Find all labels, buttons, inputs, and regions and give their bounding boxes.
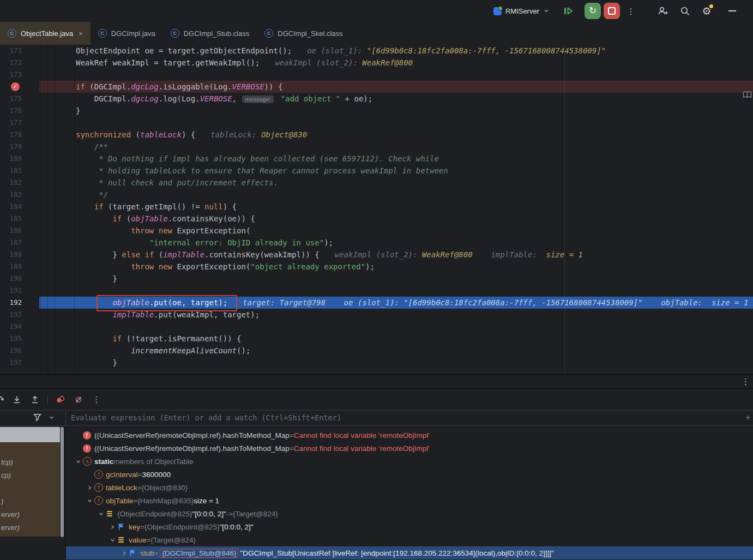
debug-more-button[interactable]: ⋮ [91, 394, 102, 405]
code-line[interactable]: 183 */ [0, 189, 753, 201]
code-line[interactable]: 184 if (target.getImpl() != null) { [0, 201, 753, 213]
panel-separator [65, 411, 66, 425]
frame-row[interactable]: erver) [1, 508, 56, 521]
variable-row[interactable]: stub = {DGCImpl_Stub@846} "DGCImpl_Stub[… [66, 546, 753, 559]
code-editor[interactable]: 171ObjectEndpoint oe = target.getObjectE… [0, 45, 753, 374]
code-line[interactable]: 190 } [0, 273, 753, 285]
chevron-down-icon[interactable] [75, 458, 82, 465]
add-watch-icon[interactable]: + [745, 412, 751, 423]
variable-row[interactable]: fobjTable = {HashMap@835} size = 1 [66, 494, 753, 507]
inline-debug-hint: tableLock: Object@830 [210, 130, 307, 139]
filter-icon[interactable] [33, 413, 42, 422]
variable-row[interactable]: ftableLock = {Object@830} [66, 481, 753, 494]
code-line[interactable]: 195 if (!target.isPermanent()) { [0, 333, 753, 345]
line-highlight [39, 105, 753, 117]
code-line[interactable]: 172WeakRef weakImpl = target.getWeakImpl… [0, 57, 753, 69]
chevron-down-icon[interactable] [86, 497, 93, 504]
variable-row[interactable]: !((UnicastServerRef)remoteObjImpl.ref).h… [66, 429, 753, 442]
search-everywhere-button[interactable] [679, 5, 691, 17]
tab-DGCImpl_Stub.class[interactable]: CDGCImpl_Stub.class [163, 22, 257, 45]
annotation-box-value: {DGCImpl_Stub@846} [160, 549, 238, 558]
frames-selected-row[interactable] [0, 427, 60, 442]
code-line[interactable]: 178synchronized (tableLock) {tableLock: … [0, 129, 753, 141]
line-number: 178 [0, 129, 22, 141]
line-number: 196 [0, 345, 22, 357]
step-over-icon-clipped[interactable] [0, 396, 4, 404]
class-icon: C [171, 29, 179, 38]
more-icon: ⋮ [93, 395, 101, 404]
minimize-button[interactable] [726, 5, 738, 17]
code-line[interactable]: 180 * Do nothing if impl has already bee… [0, 153, 753, 165]
close-icon[interactable]: × [79, 29, 83, 38]
code-text: } [76, 105, 80, 117]
code-text: } else if (implTable.containsKey(weakImp… [76, 249, 583, 261]
variable-row[interactable]: value = {Target@824} [66, 533, 753, 546]
inline-debug-hint: weakImpl (slot_2): WeakRef@800 implTable… [335, 250, 583, 259]
settings-button[interactable]: ⚙ [701, 5, 713, 17]
stop-icon [608, 7, 616, 15]
code-line[interactable]: 177 [0, 117, 753, 129]
code-text: if (!target.isPermanent()) { [76, 333, 241, 345]
variable-row[interactable]: sstatic members of ObjectTable [66, 455, 753, 468]
stop-button[interactable] [604, 3, 620, 19]
code-line[interactable]: ✓if (DGCImpl.dgcLog.isLoggable(Log.VERBO… [0, 81, 753, 93]
error-icon: ! [83, 444, 91, 453]
step-into-button[interactable] [11, 394, 22, 405]
chevron-down-icon[interactable] [98, 510, 105, 517]
variable-row[interactable]: !((UnicastServerRef)remoteObjImpl.ref).h… [66, 442, 753, 455]
search-icon [680, 6, 690, 16]
flag-icon [117, 523, 125, 531]
tab-DGCImpl_Skel.class[interactable]: CDGCImpl_Skel.class [257, 22, 350, 45]
code-with-me-button[interactable] [657, 5, 669, 17]
frames-scrollbar[interactable] [61, 427, 64, 537]
frame-row[interactable]: tcp) [1, 456, 56, 469]
line-number: 179 [0, 141, 22, 153]
code-text: DGCImpl.dgcLog.log(Log.VERBOSE, message:… [76, 93, 372, 105]
frame-row[interactable]: cp) [1, 469, 56, 482]
evaluate-expression-input[interactable]: Evaluate expression (Enter) or add a wat… [71, 411, 341, 425]
frame-row[interactable]: ) [1, 495, 56, 508]
code-line[interactable]: 197 } [0, 357, 753, 369]
debug-toolbar: ⋮ [0, 388, 753, 410]
chevron-down-icon[interactable] [49, 414, 55, 420]
tab-DGCImpl.java[interactable]: CDGCImpl.java [91, 22, 163, 45]
chevron-down-icon[interactable] [109, 537, 116, 544]
resume-button[interactable] [562, 5, 574, 17]
code-line[interactable]: 173 [0, 69, 753, 81]
book-icon[interactable] [743, 91, 752, 101]
editor-options-icon[interactable]: ⋮ [742, 377, 750, 386]
code-line[interactable]: 176} [0, 105, 753, 117]
chevron-right-icon[interactable] [86, 484, 93, 491]
code-line[interactable]: 187 "internal error: ObjID already in us… [0, 237, 753, 249]
code-line[interactable]: 175 DGCImpl.dgcLog.log(Log.VERBOSE, mess… [0, 93, 753, 105]
class-icon: C [98, 29, 107, 38]
chevron-right-icon[interactable] [121, 550, 128, 557]
rerun-button[interactable]: ↻ [585, 3, 601, 19]
code-line[interactable]: 189 throw new ExportException("object al… [0, 261, 753, 273]
frames-panel[interactable]: tcp)cp))erver)erver) [0, 426, 65, 560]
step-out-button[interactable] [29, 394, 40, 405]
run-config-label: RMIServer [505, 7, 539, 15]
tab-ObjectTable.java[interactable]: CObjectTable.java× [0, 22, 91, 45]
code-line[interactable]: 185 if (objTable.containsKey(oe)) { [0, 213, 753, 225]
code-line[interactable]: 186 throw new ExportException( [0, 225, 753, 237]
view-breakpoints-button[interactable] [55, 394, 66, 405]
frame-row[interactable]: erver) [1, 521, 56, 534]
variable-row[interactable]: fgcInterval = 3600000 [66, 468, 753, 481]
code-line[interactable]: 194 [0, 321, 753, 333]
code-line[interactable]: 171ObjectEndpoint oe = target.getObjectE… [0, 45, 753, 57]
breakpoint-icon[interactable]: ✓ [11, 82, 20, 91]
line-number: 193 [0, 309, 22, 321]
variable-row[interactable]: key = {ObjectEndpoint@825} "[0:0:0, 2]" [66, 520, 753, 533]
mute-breakpoints-button[interactable] [73, 394, 84, 405]
more-actions-button[interactable]: ⋮ [625, 5, 637, 17]
code-line[interactable]: 181 * holding tableLock to ensure that R… [0, 165, 753, 177]
code-line[interactable]: 179 /** [0, 141, 753, 153]
code-text: * holding tableLock to ensure that Reape… [76, 165, 448, 177]
code-line[interactable]: 196 incrementKeepAliveCount(); [0, 345, 753, 357]
code-line[interactable]: 188 } else if (implTable.containsKey(wea… [0, 249, 753, 261]
code-line[interactable]: 182 * null check and put/increment effec… [0, 177, 753, 189]
chevron-right-icon[interactable] [109, 523, 116, 531]
variable-row[interactable]: {ObjectEndpoint@825} "[0:0:0, 2]" -> {Ta… [66, 507, 753, 520]
run-configuration-selector[interactable]: RMIServer [493, 7, 550, 15]
